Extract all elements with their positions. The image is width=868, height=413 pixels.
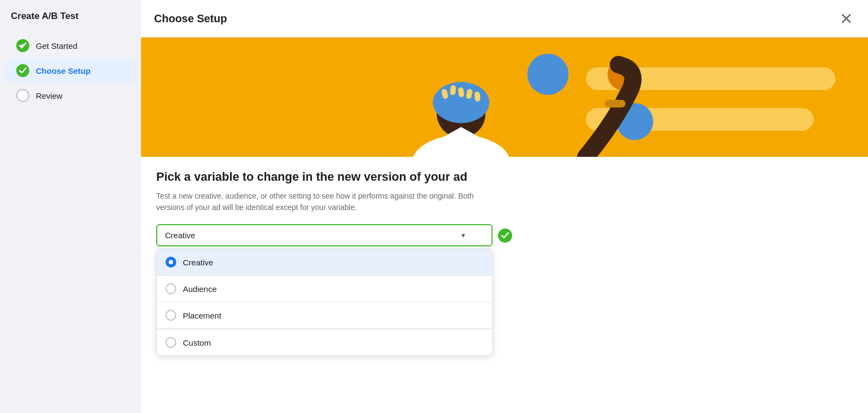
radio-custom [165,337,176,348]
dropdown-menu: Creative Audience Placement Custom [156,249,493,356]
hero-svg [141,37,868,157]
review-icon [16,89,29,102]
svg-point-3 [527,54,569,95]
close-icon [841,14,851,23]
custom-option-label: Custom [183,338,211,347]
pick-desc: Test a new creative, audience, or other … [156,190,503,213]
sidebar-item-choose-setup[interactable]: Choose Setup [5,59,136,82]
dropdown-item-placement[interactable]: Placement [157,302,492,329]
variable-select[interactable]: Creative Audience Placement Custom [156,224,493,246]
hero-illustration [141,37,868,157]
sidebar-item-get-started[interactable]: Get Started [5,34,136,58]
choose-setup-label: Choose Setup [36,66,91,75]
main-content: Choose Setup [141,0,868,413]
select-wrapper: Creative Audience Placement Custom ▼ Cre… [156,224,493,246]
radio-audience [165,283,176,294]
sidebar-item-review[interactable]: Review [5,84,136,107]
creative-option-label: Creative [183,258,213,267]
dropdown-item-custom[interactable]: Custom [157,329,492,355]
select-check-icon [498,228,512,243]
sidebar-title: Create A/B Test [0,11,141,33]
sidebar: Create A/B Test Get Started Choose Setup… [0,0,141,413]
radio-creative [165,257,176,268]
content-area: Pick a variable to change in the new ver… [141,157,868,413]
pick-title: Pick a variable to change in the new ver… [156,170,853,184]
get-started-label: Get Started [36,41,78,50]
modal-header: Choose Setup [141,0,868,37]
svg-point-14 [612,57,625,70]
dropdown-item-creative[interactable]: Creative [157,249,492,276]
get-started-icon [16,39,29,52]
audience-option-label: Audience [183,284,217,294]
svg-rect-0 [141,37,868,157]
placement-option-label: Placement [183,311,221,320]
choose-setup-icon [16,64,29,77]
svg-rect-15 [605,100,626,107]
dropdown-item-audience[interactable]: Audience [157,276,492,302]
modal-title: Choose Setup [154,12,227,25]
close-button[interactable] [838,10,855,27]
radio-placement [165,310,176,321]
review-label: Review [36,91,62,100]
